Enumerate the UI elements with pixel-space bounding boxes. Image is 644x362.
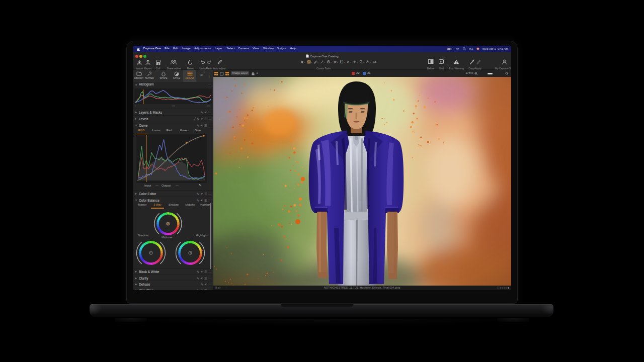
svg-text:#: #: [440, 60, 442, 63]
